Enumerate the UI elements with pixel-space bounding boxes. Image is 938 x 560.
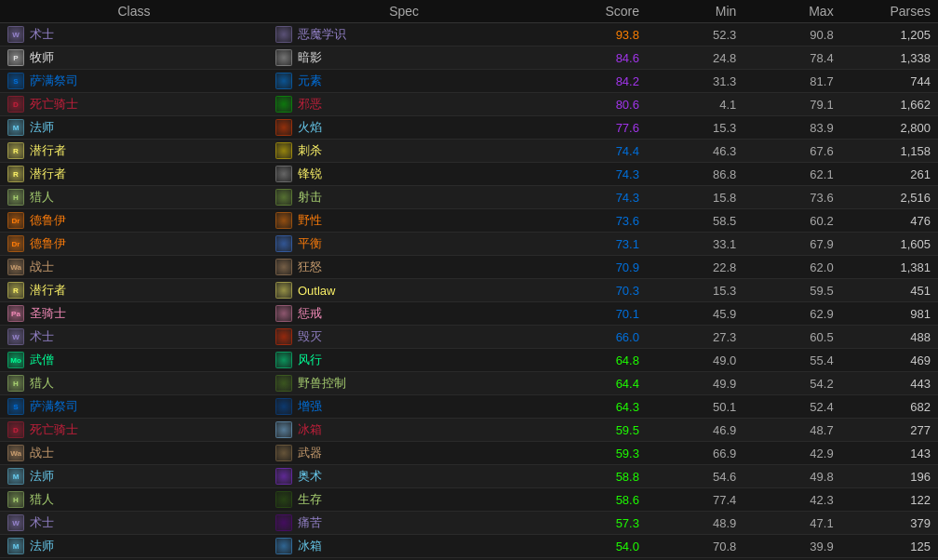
col-max[interactable]: Max bbox=[744, 0, 840, 23]
cell-max: 54.2 bbox=[744, 372, 840, 395]
spec-name-text: 野兽控制 bbox=[298, 375, 346, 392]
table-row[interactable]: H 猎人 野兽控制 64.4 49.9 54.2 443 bbox=[0, 372, 938, 395]
cell-min: 48.9 bbox=[647, 512, 744, 535]
class-name-text: 萨满祭司 bbox=[30, 398, 78, 415]
cell-parses: 379 bbox=[841, 512, 938, 535]
cell-min: 4.1 bbox=[647, 93, 744, 116]
cell-class: M 法师 bbox=[0, 116, 268, 140]
cell-class: Dr 德鲁伊 bbox=[0, 209, 268, 233]
table-row[interactable]: M 法师 火焰 77.6 15.3 83.9 2,800 bbox=[0, 116, 938, 140]
cell-max: 81.7 bbox=[744, 70, 840, 93]
cell-max: 67.9 bbox=[744, 233, 840, 256]
col-score[interactable]: Score bbox=[540, 0, 647, 23]
cell-parses: 1,605 bbox=[841, 233, 938, 256]
cell-score: 59.5 bbox=[540, 419, 647, 442]
cell-parses: 476 bbox=[841, 209, 938, 233]
table-row[interactable]: W 术士 恶魔学识 93.8 52.3 90.8 1,205 bbox=[0, 23, 938, 47]
cell-class: Wa 战士 bbox=[0, 442, 268, 465]
class-name-text: 法师 bbox=[30, 119, 54, 136]
table-row[interactable]: R 潜行者 锋锐 74.3 86.8 62.1 261 bbox=[0, 163, 938, 186]
table-row[interactable]: D 死亡骑士 冰箱 59.5 46.9 48.7 277 bbox=[0, 419, 938, 442]
col-class[interactable]: Class bbox=[0, 0, 268, 23]
table-row[interactable]: M 法师 奥术 58.8 54.6 49.8 196 bbox=[0, 465, 938, 488]
table-row[interactable]: Dr 德鲁伊 平衡 73.1 33.1 67.9 1,605 bbox=[0, 233, 938, 256]
table-row[interactable]: R 潜行者 刺杀 74.4 46.3 67.6 1,158 bbox=[0, 140, 938, 163]
cell-max: 48.7 bbox=[744, 419, 840, 442]
cell-class: Mo 武僧 bbox=[0, 349, 268, 372]
cell-score: 64.4 bbox=[540, 372, 647, 395]
table-row[interactable]: P 牧师 暗影 84.6 24.8 78.4 1,338 bbox=[0, 47, 938, 70]
spec-name-text: 狂怒 bbox=[298, 259, 322, 275]
cell-min: 27.3 bbox=[647, 326, 744, 349]
spec-name-text: 冰箱 bbox=[298, 538, 322, 554]
cell-class: M 法师 bbox=[0, 535, 268, 558]
table-row[interactable]: Dr 德鲁伊 野性 73.6 58.5 60.2 476 bbox=[0, 209, 938, 233]
table-row[interactable]: H 猎人 生存 58.6 77.4 42.3 122 bbox=[0, 488, 938, 512]
cell-max: 42.3 bbox=[744, 488, 840, 512]
table-row[interactable]: S 萨满祭司 增强 64.3 50.1 52.4 682 bbox=[0, 395, 938, 419]
table-row[interactable]: S 萨满祭司 元素 84.2 31.3 81.7 744 bbox=[0, 70, 938, 93]
cell-min: 15.3 bbox=[647, 116, 744, 140]
spec-name-text: 生存 bbox=[298, 491, 322, 508]
class-name-text: 死亡骑士 bbox=[30, 96, 78, 113]
cell-score: 57.3 bbox=[540, 512, 647, 535]
table-row[interactable]: M 法师 冰箱 54.0 70.8 39.9 125 bbox=[0, 535, 938, 558]
cell-parses: 196 bbox=[841, 465, 938, 488]
table-row[interactable]: Mo 武僧 风行 64.8 49.0 55.4 469 bbox=[0, 349, 938, 372]
cell-parses: 451 bbox=[841, 279, 938, 302]
rankings-table: Class Spec Score Min Max Parses W 术士 恶魔学… bbox=[0, 0, 938, 558]
spec-name-text: 火焰 bbox=[298, 119, 322, 136]
table-row[interactable]: D 死亡骑士 邪恶 80.6 4.1 79.1 1,662 bbox=[0, 93, 938, 116]
cell-spec: 生存 bbox=[268, 488, 540, 512]
cell-parses: 1,662 bbox=[841, 93, 938, 116]
table-row[interactable]: W 术士 痛苦 57.3 48.9 47.1 379 bbox=[0, 512, 938, 535]
spec-name-text: 增强 bbox=[298, 398, 322, 415]
spec-name-text: 锋锐 bbox=[298, 166, 322, 182]
class-name-text: 潜行者 bbox=[30, 166, 66, 182]
col-spec[interactable]: Spec bbox=[268, 0, 540, 23]
table-row[interactable]: H 猎人 射击 74.3 15.8 73.6 2,516 bbox=[0, 186, 938, 209]
cell-min: 52.3 bbox=[647, 23, 744, 47]
cell-min: 70.8 bbox=[647, 535, 744, 558]
cell-max: 42.9 bbox=[744, 442, 840, 465]
cell-parses: 2,800 bbox=[841, 116, 938, 140]
cell-score: 84.6 bbox=[540, 47, 647, 70]
cell-class: H 猎人 bbox=[0, 488, 268, 512]
class-name-text: 潜行者 bbox=[30, 142, 66, 159]
spec-name-text: 恶魔学识 bbox=[298, 26, 346, 43]
col-parses[interactable]: Parses bbox=[841, 0, 938, 23]
cell-spec: 冰箱 bbox=[268, 419, 540, 442]
cell-parses: 488 bbox=[841, 326, 938, 349]
cell-max: 52.4 bbox=[744, 395, 840, 419]
cell-score: 74.3 bbox=[540, 186, 647, 209]
cell-score: 74.3 bbox=[540, 163, 647, 186]
cell-class: H 猎人 bbox=[0, 186, 268, 209]
cell-max: 83.9 bbox=[744, 116, 840, 140]
cell-max: 39.9 bbox=[744, 535, 840, 558]
table-row[interactable]: Pa 圣骑士 惩戒 70.1 45.9 62.9 981 bbox=[0, 302, 938, 326]
cell-spec: 奥术 bbox=[268, 465, 540, 488]
class-name-text: 猎人 bbox=[30, 189, 54, 206]
cell-parses: 125 bbox=[841, 535, 938, 558]
cell-class: R 潜行者 bbox=[0, 163, 268, 186]
cell-spec: 野性 bbox=[268, 209, 540, 233]
cell-min: 49.9 bbox=[647, 372, 744, 395]
table-row[interactable]: Wa 战士 狂怒 70.9 22.8 62.0 1,381 bbox=[0, 256, 938, 279]
table-row[interactable]: Wa 战士 武器 59.3 66.9 42.9 143 bbox=[0, 442, 938, 465]
cell-score: 84.2 bbox=[540, 70, 647, 93]
cell-score: 70.3 bbox=[540, 279, 647, 302]
cell-max: 49.8 bbox=[744, 465, 840, 488]
table-row[interactable]: W 术士 毁灭 66.0 27.3 60.5 488 bbox=[0, 326, 938, 349]
class-name-text: 猎人 bbox=[30, 491, 54, 508]
cell-class: M 法师 bbox=[0, 465, 268, 488]
cell-min: 77.4 bbox=[647, 488, 744, 512]
cell-min: 46.3 bbox=[647, 140, 744, 163]
table-row[interactable]: R 潜行者 Outlaw 70.3 15.3 59.5 451 bbox=[0, 279, 938, 302]
cell-min: 15.3 bbox=[647, 279, 744, 302]
cell-score: 58.6 bbox=[540, 488, 647, 512]
cell-min: 15.8 bbox=[647, 186, 744, 209]
spec-name-text: 痛苦 bbox=[298, 514, 322, 531]
spec-name-text: Outlaw bbox=[298, 284, 335, 298]
col-min[interactable]: Min bbox=[647, 0, 744, 23]
cell-max: 47.1 bbox=[744, 512, 840, 535]
